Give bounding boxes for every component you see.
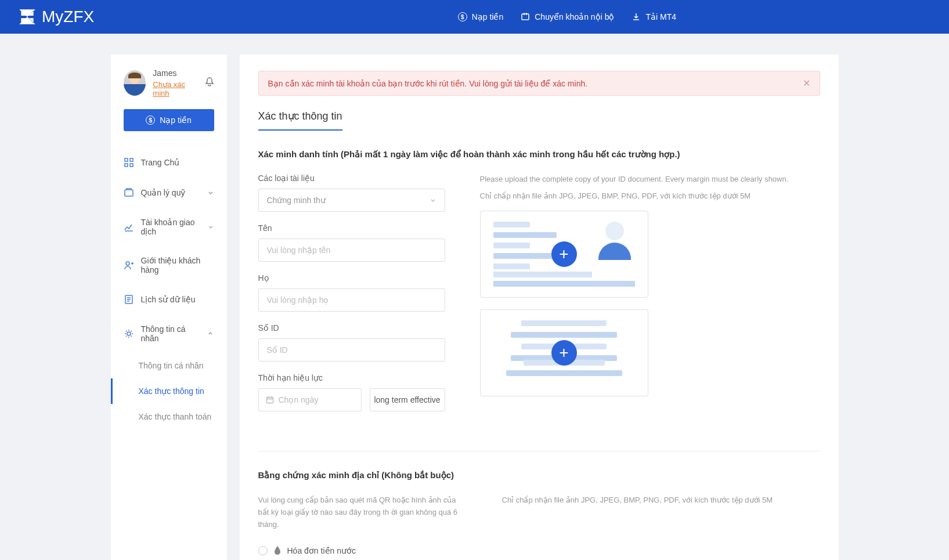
sidebar-item-history[interactable]: Lịch sử dữ liệu	[111, 284, 227, 315]
logo[interactable]: MyZFX	[17, 7, 94, 27]
person-icon	[124, 260, 134, 270]
id-label: Số ID	[258, 323, 445, 333]
alert-text: Bạn cần xác minh tài khoản của bạn trước…	[268, 79, 588, 88]
expiry-label: Thời hạn hiệu lực	[258, 373, 445, 382]
svg-rect-2	[130, 158, 133, 161]
first-name-input[interactable]	[258, 239, 445, 262]
upload-hint-2: Chỉ chấp nhận file ảnh JPG, JPEG, BMP, P…	[480, 190, 820, 203]
page-title: Xác thực thông tin	[258, 110, 342, 131]
sidebar-sub-personal[interactable]: Thông tin cá nhân	[111, 353, 227, 378]
verification-alert: Bạn cần xác minh tài khoản của bạn trước…	[258, 71, 820, 96]
transfer-icon	[521, 12, 530, 21]
nav-transfer[interactable]: Chuyển khoản nội bộ	[521, 12, 614, 21]
svg-point-6	[126, 262, 129, 265]
sidebar-item-referral[interactable]: Giới thiệu khách hàng	[111, 246, 227, 284]
nav-download[interactable]: Tải MT4	[632, 12, 676, 21]
document-icon	[124, 294, 134, 305]
sidebar-item-personal[interactable]: Thông tin cá nhân	[111, 315, 227, 353]
sidebar-deposit-label: Nạp tiền	[160, 115, 192, 125]
sidebar-item-label: Lịch sử dữ liệu	[141, 295, 196, 304]
doc-type-select[interactable]: Chứng minh thư	[258, 189, 445, 212]
sidebar-deposit-button[interactable]: $ Nạp tiền	[124, 109, 214, 131]
plus-icon: +	[551, 241, 577, 267]
dollar-icon: $	[146, 115, 155, 125]
identity-heading: Xác minh danh tính (Phải mất 1 ngày làm …	[258, 149, 820, 160]
id-number-input[interactable]	[258, 338, 445, 362]
chevron-down-icon	[207, 189, 214, 196]
calendar-icon	[266, 396, 274, 404]
sidebar-item-accounts[interactable]: Tài khoản giao dịch	[111, 208, 227, 246]
option-label: Hóa đơn tiền nước	[287, 546, 356, 555]
gear-icon	[124, 328, 134, 339]
upload-hint-1: Please upload the complete copy of your …	[480, 174, 820, 186]
logo-icon	[17, 7, 37, 27]
logo-text: MyZFX	[42, 8, 94, 26]
address-option-water[interactable]: Hóa đơn tiền nước	[258, 545, 467, 556]
doc-type-value: Chứng minh thư	[267, 196, 326, 205]
nav-deposit-label: Nạp tiền	[472, 12, 504, 21]
plus-icon: +	[551, 340, 577, 366]
expiry-ph: Chọn ngày	[279, 395, 319, 404]
top-header: MyZFX $ Nạp tiền Chuyển khoản nội bộ Tải…	[0, 0, 949, 34]
section-divider	[258, 451, 820, 451]
profile-block: James Chưa xác minh	[111, 68, 227, 109]
chevron-up-icon	[207, 330, 214, 337]
svg-rect-4	[130, 164, 133, 167]
sidebar-sub-verify-info[interactable]: Xác thực thông tin	[111, 378, 227, 404]
profile-name: James	[153, 68, 197, 78]
sidebar-item-label: Quản lý quỹ	[141, 188, 186, 197]
svg-rect-0	[522, 14, 529, 20]
lname-label: Họ	[258, 273, 445, 283]
long-term-button[interactable]: long term effective	[370, 388, 445, 411]
avatar[interactable]	[124, 70, 146, 96]
sidebar-item-label: Tài khoản giao dịch	[141, 218, 201, 236]
chart-icon	[124, 222, 134, 232]
upload-address-doc-partial[interactable]	[502, 511, 670, 523]
profile-status-link[interactable]: Chưa xác minh	[153, 80, 197, 97]
last-name-input[interactable]	[258, 288, 445, 312]
sidebar-item-fund[interactable]: Quản lý quỹ	[111, 178, 227, 208]
svg-rect-9	[266, 398, 273, 403]
svg-rect-3	[125, 164, 128, 167]
nav-download-label: Tải MT4	[645, 12, 676, 21]
sidebar-item-label: Thông tin cá nhân	[141, 324, 201, 343]
sidebar-item-home[interactable]: Trang Chủ	[111, 147, 227, 178]
nav-transfer-label: Chuyển khoản nội bộ	[535, 12, 614, 21]
sidebar-item-label: Giới thiệu khách hàng	[141, 256, 214, 274]
chevron-down-icon	[430, 197, 436, 204]
svg-rect-1	[125, 158, 128, 161]
nav-deposit[interactable]: $ Nạp tiền	[458, 12, 504, 21]
svg-rect-5	[125, 190, 133, 196]
doc-type-label: Các loại tài liệu	[258, 174, 445, 183]
main-content: Bạn cần xác minh tài khoản của bạn trước…	[240, 55, 839, 560]
address-upload-hint: Chỉ chấp nhận file ảnh JPG, JPEG, BMP, P…	[502, 494, 820, 507]
expiry-date-picker[interactable]: Chọn ngày	[258, 388, 362, 411]
upload-id-front[interactable]: +	[480, 211, 648, 298]
chevron-down-icon	[208, 223, 214, 230]
header-nav: $ Nạp tiền Chuyển khoản nội bộ Tải MT4	[458, 12, 676, 21]
svg-point-8	[127, 332, 131, 335]
alert-close-button[interactable]: ✕	[803, 78, 810, 89]
address-desc: Vui lòng cung cấp bản sao quét mã QR hoặ…	[258, 494, 467, 530]
download-icon	[632, 12, 641, 21]
address-heading: Bằng chứng xác minh địa chỉ (Không bắt b…	[258, 470, 820, 480]
upload-id-back[interactable]: +	[480, 309, 648, 396]
dollar-icon: $	[458, 12, 467, 21]
bell-icon[interactable]	[205, 77, 214, 89]
fname-label: Tên	[258, 223, 445, 233]
radio-icon	[258, 546, 268, 555]
sidebar-sub-verify-payment[interactable]: Xác thực thanh toán	[111, 404, 227, 429]
sidebar: James Chưa xác minh $ Nạp tiền Trang Chủ…	[111, 55, 227, 560]
wallet-icon	[124, 187, 134, 198]
water-drop-icon	[273, 545, 282, 556]
grid-icon	[124, 157, 134, 168]
sidebar-item-label: Trang Chủ	[141, 158, 180, 167]
